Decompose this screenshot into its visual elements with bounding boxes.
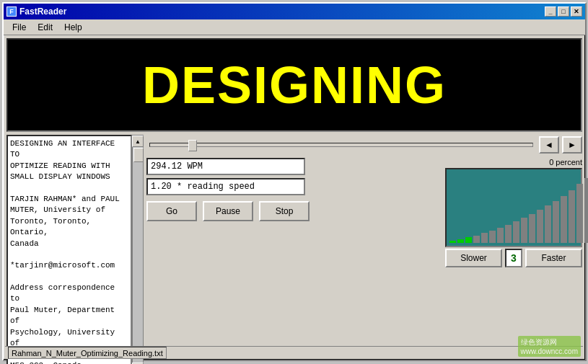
minimize-button[interactable]: _ [545, 6, 556, 17]
window-controls: _ □ ✕ [545, 6, 582, 17]
chart-container: 0 percent Slower 3 Faster [445, 158, 582, 267]
status-filename: Rahman_N_Muter_Optimizing_Reading.txt [8, 347, 167, 359]
chart-bar [537, 210, 543, 243]
chart-bar [489, 231, 496, 243]
scroll-up-button[interactable]: ▲ [132, 136, 144, 147]
text-panel: DESIGNING AN INTERFACE TO OPTIMIZE READI… [6, 135, 144, 364]
slider-area: ◄ ► [146, 135, 582, 155]
chart-bar [513, 221, 519, 243]
chart-bar [561, 196, 567, 243]
stop-button[interactable]: Stop [259, 201, 310, 221]
chart-bar [465, 237, 472, 243]
reading-speed-field[interactable] [146, 178, 305, 195]
scrollbar-track[interactable] [133, 147, 143, 363]
chart-bar [521, 218, 527, 243]
speed-value: 3 [505, 249, 522, 267]
chart-bar [457, 239, 464, 243]
chart-bar [449, 241, 456, 243]
fields-area [146, 158, 441, 195]
middle-section: DESIGNING AN INTERFACE TO OPTIMIZE READI… [6, 135, 582, 364]
chart-bar [497, 228, 504, 243]
faster-button[interactable]: Faster [525, 249, 582, 267]
wpm-field[interactable] [146, 158, 305, 175]
status-bar: Rahman_N_Muter_Optimizing_Reading.txt [5, 346, 583, 359]
action-buttons: Go Pause Stop [146, 201, 441, 221]
menu-edit[interactable]: Edit [32, 21, 58, 34]
watermark: 绿色资源网www.downcc.com [518, 336, 581, 357]
chart-bar [545, 205, 551, 243]
text-scroll-area[interactable]: DESIGNING AN INTERFACE TO OPTIMIZE READI… [6, 135, 132, 364]
position-slider[interactable] [149, 143, 533, 147]
chart-bar [584, 178, 588, 243]
speed-chart [445, 168, 582, 247]
slower-button[interactable]: Slower [445, 249, 502, 267]
percent-label: 0 percent [549, 158, 582, 167]
chart-bar [529, 214, 535, 243]
chart-bar [553, 201, 559, 243]
text-content: DESIGNING AN INTERFACE TO OPTIMIZE READI… [10, 138, 128, 364]
maximize-button[interactable]: □ [558, 6, 569, 17]
word-display: DESIGNING [6, 38, 582, 132]
go-button[interactable]: Go [146, 201, 197, 221]
menu-bar: File Edit Help [4, 19, 585, 35]
menu-file[interactable]: File [6, 21, 32, 34]
menu-help[interactable]: Help [58, 21, 88, 34]
chart-bar [505, 225, 512, 243]
chart-bar [576, 184, 583, 243]
controls-center: Go Pause Stop [146, 158, 441, 221]
pause-button[interactable]: Pause [203, 201, 253, 221]
scrollbar-thumb[interactable] [133, 148, 144, 162]
vertical-scrollbar[interactable]: ▲ ▼ [132, 135, 144, 364]
main-content: DESIGNING DESIGNING AN INTERFACE TO OPTI… [4, 35, 585, 360]
speed-controls: Slower 3 Faster [445, 249, 582, 267]
title-bar: F FastReader _ □ ✕ [4, 4, 585, 19]
app-icon: F [6, 6, 17, 17]
chart-bar [473, 236, 480, 243]
chart-bar [481, 233, 488, 243]
window-title: FastReader [19, 6, 66, 17]
current-word: DESIGNING [142, 56, 447, 115]
slider-thumb[interactable] [188, 140, 197, 151]
chart-bar [569, 190, 575, 243]
fields-chart-row: Go Pause Stop 0 percent Slower 3 [146, 158, 582, 267]
close-button[interactable]: ✕ [571, 6, 582, 17]
nav-forward-button[interactable]: ► [562, 136, 582, 154]
nav-back-button[interactable]: ◄ [539, 136, 559, 154]
